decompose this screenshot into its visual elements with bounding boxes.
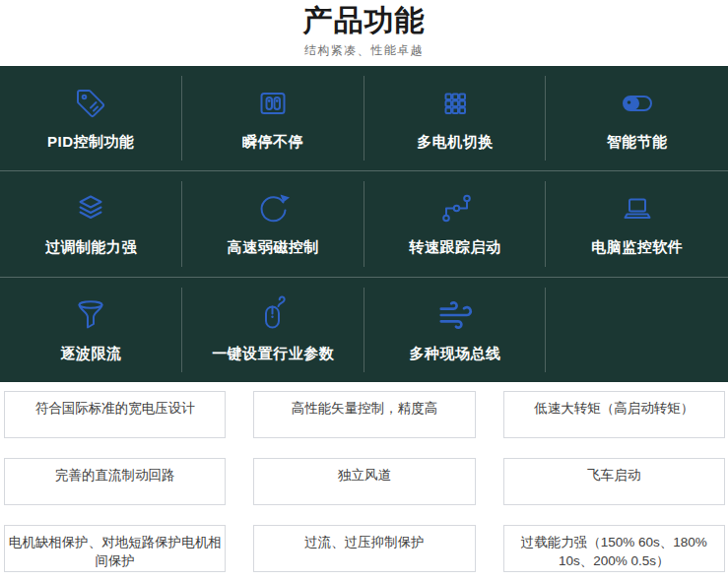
cell-flux-weakening: 高速弱磁控制	[182, 171, 364, 276]
cell-label: 多电机切换	[417, 133, 494, 152]
layers-icon	[71, 187, 110, 230]
cell-label: 过调制能力强	[45, 238, 137, 257]
panel-row: 逐波限流 一键设置行业参数 多种现场总线	[0, 278, 728, 382]
grid-icon	[435, 82, 475, 125]
laptop-icon	[618, 187, 657, 230]
cell-smart-energy: 智能节能	[546, 66, 728, 170]
panel-row: 过调制能力强 高速弱磁控制 转速跟踪启动	[0, 171, 728, 277]
cell-fieldbus: 多种现场总线	[364, 278, 547, 382]
cell-wave-current-limit: 逐波限流	[0, 278, 182, 382]
toggle-icon	[618, 82, 657, 125]
feature-box-dc-braking: 完善的直流制动回路	[4, 458, 226, 505]
cell-label: 逐波限流	[60, 345, 121, 363]
feature-box-low-speed-torque: 低速大转矩（高启动转矩）	[503, 391, 725, 438]
cell-empty	[546, 278, 728, 382]
feature-box-overcurrent-protection: 过流、过压抑制保护	[253, 525, 475, 572]
panel-row: PID控制功能 瞬停不停 多电机	[0, 66, 728, 171]
cell-label: 多种现场总线	[409, 345, 500, 363]
feature-box-vector-control: 高性能矢量控制，精度高	[253, 391, 475, 438]
cell-label: 电脑监控软件	[591, 238, 683, 257]
cell-pc-monitoring: 电脑监控软件	[546, 171, 728, 276]
cell-label: 一键设置行业参数	[212, 345, 334, 363]
feature-box-wide-voltage: 符合国际标准的宽电压设计	[4, 391, 226, 438]
page-header: 产品功能 结构紧凑、性能卓越	[0, 0, 728, 59]
feature-box-independent-duct: 独立风道	[253, 458, 475, 505]
cell-overmodulation: 过调制能力强	[0, 171, 182, 276]
cell-label: 智能节能	[607, 133, 668, 152]
tag-icon	[71, 82, 110, 125]
rotate-arrow-icon	[253, 187, 293, 230]
page-title: 产品功能	[0, 1, 728, 40]
cell-label: PID控制功能	[47, 133, 135, 152]
page-subtitle: 结构紧凑、性能卓越	[0, 42, 728, 59]
cell-multi-motor: 多电机切换	[364, 66, 547, 170]
mouse-icon	[253, 293, 293, 337]
path-nodes-icon	[435, 187, 475, 230]
cell-instant-stop: 瞬停不停	[182, 66, 364, 170]
funnel-icon	[71, 293, 110, 337]
feature-panel: PID控制功能 瞬停不停 多电机	[0, 66, 728, 382]
feature-box-motor-protection: 电机缺相保护、对地短路保护电机相间保护	[4, 525, 226, 572]
cell-label: 转速跟踪启动	[409, 238, 500, 257]
switch-panel-icon	[253, 82, 293, 125]
feature-box-flying-start: 飞车启动	[503, 458, 725, 505]
feature-box-overload-capacity: 过载能力强（150% 60s、180% 10s、200% 0.5s）	[503, 525, 725, 572]
cell-pid-control: PID控制功能	[0, 66, 182, 170]
cell-label: 高速弱磁控制	[228, 238, 319, 257]
cell-label: 瞬停不停	[242, 133, 303, 152]
cell-one-key-params: 一键设置行业参数	[182, 278, 364, 382]
cell-speed-tracking: 转速跟踪启动	[364, 171, 547, 276]
feature-boxes: 符合国际标准的宽电压设计 高性能矢量控制，精度高 低速大转矩（高启动转矩） 完善…	[4, 391, 725, 572]
wind-icon	[436, 293, 474, 337]
